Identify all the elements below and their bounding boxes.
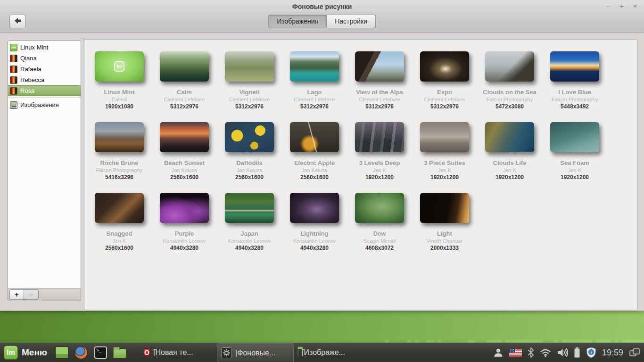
tab-inactive[interactable]: Настройки [327,15,376,28]
wallpaper-thumbnail[interactable] [225,122,274,152]
wallpaper-thumbnail[interactable] [160,193,209,223]
add-folder-button[interactable]: + [9,289,24,300]
wallpaper-thumbnail[interactable] [420,193,469,223]
wallpaper-thumbnail[interactable] [485,122,534,152]
titlebar[interactable]: Фоновые рисунки – + × [0,0,644,13]
wallpaper-resolution: 4940x3280 [217,244,282,252]
wallpaper-item[interactable]: Dew Sezgin Mendil 4608x3072 [347,193,412,252]
menu-button[interactable]: lm Меню [0,343,52,362]
wallpaper-thumbnail[interactable] [420,122,469,152]
launchers: >_ [55,346,127,360]
wallpaper-thumbnail[interactable] [225,51,274,82]
wallpaper-author: Clement Lefebvre [412,96,477,103]
wallpaper-item[interactable]: Purple Konstantin Leonov 4940x3280 [152,193,217,252]
wallpaper-item[interactable]: I Love Blue Falcon Photography 5448x3492 [542,51,607,110]
keyboard-layout-us-icon[interactable] [509,349,522,357]
wallpaper-item[interactable]: Snagged Jen K 2560x1600 [87,193,152,252]
wallpaper-author: Konstantin Leonov [282,238,347,244]
wallpaper-thumbnail[interactable]: lm [95,51,144,82]
collection-icon [10,76,17,84]
wallpaper-resolution: 5312x2976 [347,103,412,110]
wallpaper-item[interactable]: lm Linux Mint Calexil 1920x1080 [87,51,152,110]
sidebar-item-label: Изображения [20,101,59,108]
wallpaper-author: Sezgin Mendil [347,238,412,244]
wallpaper-item[interactable]: 3 Levels Deep Jen K 1920x1200 [347,122,412,181]
sidebar-item[interactable]: Rosa [8,85,81,96]
wallpaper-item[interactable]: View of the Alps Clement Lefebvre 5312x2… [347,51,412,110]
files-icon[interactable] [113,346,127,360]
wallpaper-thumbnail[interactable] [550,122,599,152]
pictures-icon [10,101,17,109]
taskbar-window-button[interactable]: |Фоновые... [217,343,294,362]
wallpaper-thumbnail[interactable] [290,51,339,82]
wallpaper-name: Roche Brune [87,159,152,167]
window-title: Фоновые рисунки [0,3,644,10]
wallpaper-name: I Love Blue [542,88,607,96]
wallpaper-item[interactable]: Electric Apple Jan Kaluza 2560x1600 [282,122,347,181]
sidebar-item[interactable]: Qiana [8,53,81,64]
tab-active[interactable]: Изображения [268,15,327,28]
wallpaper-name: Sea Foam [542,159,607,167]
wallpaper-item[interactable]: Lightning Konstantin Leonov 4940x3280 [282,193,347,252]
volume-icon[interactable] [557,347,568,358]
wallpaper-author: Falcon Photography [477,96,542,103]
update-shield-icon[interactable]: i [586,347,596,358]
maximize-button[interactable]: + [618,2,626,10]
wallpaper-name: Snagged [87,230,152,238]
wallpaper-item[interactable]: Roche Brune Falcon Photography 5416x3296 [87,122,152,181]
wallpaper-name: Electric Apple [282,159,347,167]
taskbar-window-button[interactable]: [Изображе... [294,343,371,362]
wallpaper-thumbnail[interactable] [355,51,404,82]
wallpaper-item[interactable]: Vigneti Clement Lefebvre 5312x2976 [217,51,282,110]
wallpaper-thumbnail[interactable] [225,193,274,223]
wallpaper-thumbnail[interactable] [160,122,209,152]
terminal-icon[interactable]: >_ [93,346,107,360]
wallpaper-author: Jen K [477,167,542,173]
battery-icon[interactable] [574,347,580,358]
wallpaper-name: Daffodils [217,159,282,167]
wallpaper-item[interactable]: Clouds on the Sea Falcon Photography 547… [477,51,542,110]
wallpaper-item[interactable]: Daffodils Jan Kaluza 2560x1600 [217,122,282,181]
wifi-icon[interactable] [540,348,551,357]
wallpaper-item[interactable]: Calm Clement Lefebvre 5312x2976 [152,51,217,110]
sidebar-item[interactable]: lm Linux Mint [8,42,81,53]
show-desktop-icon[interactable] [55,346,69,360]
wallpaper-thumbnail[interactable] [420,51,469,82]
wallpaper-item[interactable]: Expo Clement Lefebvre 5312x2976 [412,51,477,110]
firefox-icon[interactable] [74,346,88,360]
wallpaper-thumbnail[interactable] [160,51,209,82]
minimize-button[interactable]: – [604,2,613,10]
wallpaper-author: Calexil [87,96,152,103]
wallpaper-item[interactable]: Light Vinoth Chandar 2000x1333 [412,193,477,252]
wallpaper-item[interactable]: Japan Konstantin Leonov 4940x3280 [217,193,282,252]
wallpaper-thumbnail[interactable] [485,51,534,82]
wallpaper-item[interactable]: Lago Clement Lefebvre 5312x2976 [282,51,347,110]
wallpaper-item[interactable]: 3 Piece Suites Jen K 1920x1200 [412,122,477,181]
wallpaper-resolution: 2560x1600 [282,173,347,181]
wallpaper-author: Clement Lefebvre [217,96,282,103]
wallpaper-thumbnail[interactable] [290,193,339,223]
sidebar-item[interactable]: Rafaela [8,64,81,74]
back-button[interactable] [9,15,26,28]
sidebar-item[interactable]: Изображения [8,99,81,110]
close-button[interactable]: × [631,2,639,10]
workspace-switcher-icon[interactable] [629,347,640,358]
user-icon[interactable] [493,347,504,358]
wallpaper-thumbnail[interactable] [355,122,404,152]
remove-folder-button[interactable]: – [24,289,39,300]
taskbar-window-label: [Новая те... [153,348,193,357]
wallpaper-resolution: 1920x1200 [542,173,607,181]
wallpaper-thumbnail[interactable] [95,122,144,152]
bluetooth-icon[interactable] [528,347,534,358]
wallpaper-item[interactable]: Beach Sunset Jan Kaluza 2560x1600 [152,122,217,181]
wallpaper-thumbnail[interactable] [355,193,404,223]
sidebar-item[interactable]: Rebecca [8,74,81,85]
wallpaper-thumbnail[interactable] [95,193,144,223]
clock[interactable]: 19:59 [602,348,623,358]
wallpaper-item[interactable]: Sea Foam Jen K 1920x1200 [542,122,607,181]
wallpaper-thumbnail[interactable] [550,51,599,82]
wallpaper-resolution: 2560x1600 [152,173,217,181]
wallpaper-item[interactable]: Clouds Life Jen K 1920x1200 [477,122,542,181]
wallpaper-thumbnail[interactable] [290,122,339,152]
taskbar-window-button[interactable]: O [Новая те... [140,343,217,362]
